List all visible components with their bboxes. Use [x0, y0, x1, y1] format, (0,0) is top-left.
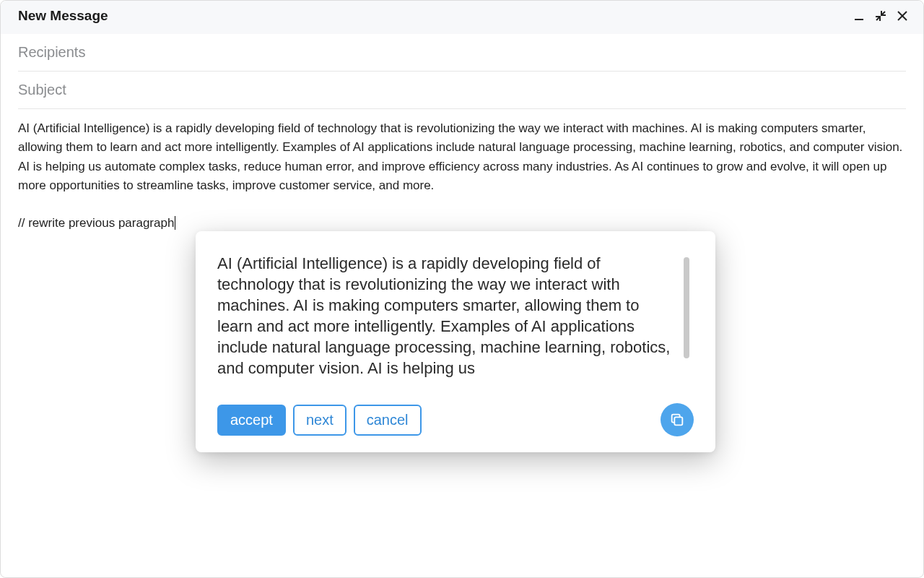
minimize-icon[interactable] — [853, 9, 866, 22]
next-button[interactable]: next — [293, 405, 346, 436]
command-line: // rewrite previous paragraph — [18, 214, 906, 233]
subject-label: Subject — [18, 82, 66, 98]
recipients-label: Recipients — [18, 44, 85, 60]
scrollbar-thumb[interactable] — [684, 257, 689, 358]
collapse-icon[interactable] — [874, 9, 887, 22]
command-text: // rewrite previous paragraph — [18, 216, 174, 230]
popup-buttons: accept next cancel — [217, 405, 422, 436]
rewrite-suggestion-popup: AI (Artificial Intelligence) is a rapidl… — [196, 231, 715, 452]
titlebar: New Message — [1, 1, 923, 34]
close-icon[interactable] — [896, 9, 909, 22]
titlebar-controls — [853, 9, 909, 22]
svg-rect-3 — [674, 418, 682, 426]
copy-icon — [669, 412, 685, 428]
suggestion-scroll-area[interactable]: AI (Artificial Intelligence) is a rapidl… — [217, 253, 694, 379]
header-fields: Recipients Subject — [1, 34, 923, 109]
text-cursor — [175, 216, 175, 230]
recipients-field[interactable]: Recipients — [18, 34, 906, 72]
suggestion-text: AI (Artificial Intelligence) is a rapidl… — [217, 253, 672, 379]
accept-button[interactable]: accept — [217, 405, 286, 436]
popup-footer: accept next cancel — [217, 403, 694, 436]
copy-button[interactable] — [661, 403, 694, 436]
window-title: New Message — [18, 8, 108, 24]
body-paragraph: AI (Artificial Intelligence) is a rapidl… — [18, 119, 906, 195]
cancel-button[interactable]: cancel — [354, 405, 422, 436]
subject-field[interactable]: Subject — [18, 72, 906, 109]
